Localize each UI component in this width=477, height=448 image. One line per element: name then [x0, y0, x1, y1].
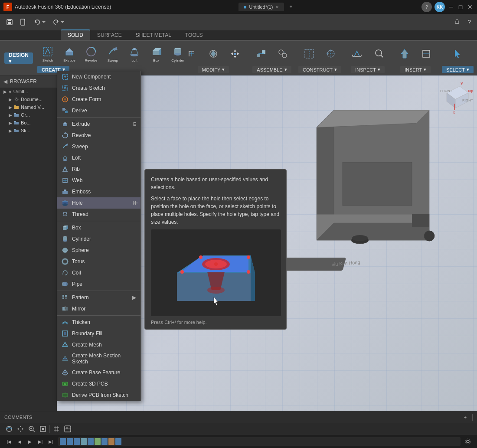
- maximize-btn[interactable]: □: [457, 3, 464, 10]
- assemble-btn-1[interactable]: [251, 43, 271, 65]
- menu-boundary-fill[interactable]: Boundary Fill: [57, 328, 140, 339]
- timeline-item-4[interactable]: [81, 438, 87, 445]
- orbit-btn[interactable]: [4, 424, 14, 434]
- menu-coil[interactable]: Coil: [57, 267, 140, 278]
- move-btn[interactable]: [225, 43, 245, 65]
- menu-loft[interactable]: Loft: [57, 152, 140, 164]
- modify-btn-2[interactable]: [203, 43, 224, 65]
- menu-box[interactable]: Box: [57, 222, 140, 233]
- timeline-item-1[interactable]: [60, 438, 66, 445]
- view-cube[interactable]: Y Top FRONT RIGHT X: [438, 80, 473, 114]
- menu-sphere[interactable]: Sphere: [57, 245, 140, 256]
- menu-pcb-3d[interactable]: Create 3D PCB: [57, 378, 140, 389]
- hole-more-dots[interactable]: ⋯: [134, 200, 139, 206]
- tab-sheetmetal[interactable]: SHEET METAL: [129, 30, 178, 40]
- timeline-item-3[interactable]: [74, 438, 80, 445]
- select-dropdown-btn[interactable]: SELECT ▾: [442, 66, 474, 73]
- browser-item-named[interactable]: ▶ Named V...: [0, 103, 57, 111]
- menu-new-component[interactable]: New Component: [57, 71, 140, 82]
- timeline-prev-btn[interactable]: ◀: [15, 437, 24, 446]
- settings-btn[interactable]: [463, 437, 473, 446]
- menu-hole[interactable]: Hole H ⋯: [57, 197, 140, 209]
- tab-tools[interactable]: TOOLS: [178, 30, 209, 40]
- browser-item-origin[interactable]: ▶ Or...: [0, 111, 57, 119]
- close-btn[interactable]: ✕: [467, 3, 474, 10]
- undo-btn[interactable]: [31, 17, 48, 27]
- menu-pcb-from-sketch[interactable]: Derive PCB from Sketch: [57, 389, 140, 401]
- help-btn[interactable]: ?: [421, 2, 432, 12]
- tab-surface[interactable]: SURFACE: [90, 30, 129, 40]
- timeline-end-btn[interactable]: ▶|: [46, 437, 56, 446]
- assemble-dropdown-btn[interactable]: ASSEMBLE ▾: [252, 66, 291, 73]
- tab-solid[interactable]: SOLID: [61, 29, 90, 40]
- timeline-item-8[interactable]: [108, 438, 114, 445]
- browser-item-sketches[interactable]: ▶ Sk...: [0, 127, 57, 134]
- sweep-btn[interactable]: Sweep: [102, 43, 123, 65]
- browser-item-root[interactable]: ▶ ● Untitl...: [0, 88, 57, 95]
- extrude-btn[interactable]: Extrude: [59, 43, 80, 65]
- new-tab-btn[interactable]: +: [288, 4, 294, 10]
- display-settings-btn[interactable]: [63, 424, 72, 434]
- tab-close[interactable]: ✕: [275, 5, 279, 10]
- timeline-item-5[interactable]: [88, 438, 94, 445]
- loft-btn[interactable]: Loft: [124, 43, 145, 65]
- menu-cylinder[interactable]: Cylinder: [57, 233, 140, 245]
- redo-btn[interactable]: [50, 17, 67, 27]
- menu-emboss[interactable]: Emboss: [57, 186, 140, 197]
- zoom-extent-btn[interactable]: [38, 424, 48, 434]
- menu-extrude[interactable]: Extrude E: [57, 118, 140, 130]
- zoom-in-btn[interactable]: [27, 424, 36, 434]
- new-btn[interactable]: [17, 17, 29, 27]
- notifications-btn[interactable]: [451, 17, 463, 27]
- minimize-btn[interactable]: ─: [448, 3, 454, 10]
- menu-mirror[interactable]: Mirror: [57, 303, 140, 314]
- assemble-btn-2[interactable]: [272, 43, 293, 65]
- create-sketch-btn[interactable]: Sketch: [37, 43, 58, 65]
- timeline-item-9[interactable]: [115, 438, 121, 445]
- menu-sweep[interactable]: Sweep: [57, 141, 140, 152]
- menu-torus[interactable]: Torus: [57, 256, 140, 267]
- browser-header[interactable]: ◀ BROWSER: [0, 75, 57, 88]
- measure-btn[interactable]: [346, 43, 367, 65]
- menu-thicken[interactable]: Thicken: [57, 317, 140, 328]
- timeline-item-6[interactable]: [95, 438, 101, 445]
- menu-web[interactable]: Web: [57, 175, 140, 186]
- timeline-item-7[interactable]: [101, 438, 108, 445]
- grid-btn[interactable]: [52, 424, 61, 434]
- menu-rib[interactable]: Rib: [57, 164, 140, 175]
- browser-item-document[interactable]: ▶ Docume...: [0, 95, 57, 103]
- construct-btn-2[interactable]: [320, 43, 341, 65]
- menu-pattern[interactable]: Pattern ▶: [57, 292, 140, 303]
- construct-btn-1[interactable]: [299, 43, 320, 65]
- inspect-dropdown-btn[interactable]: INSPECT ▾: [351, 66, 385, 73]
- revolve-btn[interactable]: Revolve: [81, 43, 101, 65]
- timeline-play-btn[interactable]: ▶: [25, 437, 35, 446]
- menu-pipe[interactable]: Pipe: [57, 278, 140, 290]
- document-tab[interactable]: ■ Untitled*(1) ✕: [238, 3, 284, 11]
- design-btn[interactable]: DESIGN ▾: [4, 52, 33, 64]
- menu-thread[interactable]: Thread: [57, 209, 140, 220]
- pan-btn[interactable]: [16, 424, 25, 434]
- menu-mesh-section-sketch[interactable]: Create Mesh Section Sketch: [57, 350, 140, 367]
- timeline-item-2[interactable]: [67, 438, 73, 445]
- modify-dropdown-btn[interactable]: MODIFY ▾: [198, 66, 229, 73]
- timeline-track[interactable]: [58, 437, 461, 446]
- menu-create-form[interactable]: Create Form: [57, 94, 140, 105]
- menu-revolve[interactable]: Revolve: [57, 130, 140, 141]
- timeline-start-btn[interactable]: |◀: [4, 437, 14, 446]
- inspect-btn-2[interactable]: [368, 43, 389, 65]
- insert-btn-1[interactable]: [394, 43, 415, 65]
- modify-btn-1[interactable]: [181, 43, 202, 65]
- menu-base-feature[interactable]: Create Base Feature: [57, 367, 140, 378]
- insert-btn-2[interactable]: [416, 43, 437, 65]
- browser-item-bodies[interactable]: ▶ Bo...: [0, 119, 57, 127]
- timeline-next-btn[interactable]: ▶|: [36, 437, 45, 446]
- add-comment-btn[interactable]: +: [461, 413, 470, 422]
- select-btn-1[interactable]: [447, 43, 468, 65]
- insert-dropdown-btn[interactable]: INSERT ▾: [400, 66, 431, 73]
- box-btn[interactable]: Box: [146, 43, 167, 65]
- help-menu-btn[interactable]: ?: [465, 17, 474, 27]
- menu-create-mesh[interactable]: Create Mesh: [57, 339, 140, 350]
- construct-dropdown-btn[interactable]: CONSTRUCT ▾: [298, 66, 341, 73]
- menu-derive[interactable]: Derive: [57, 105, 140, 116]
